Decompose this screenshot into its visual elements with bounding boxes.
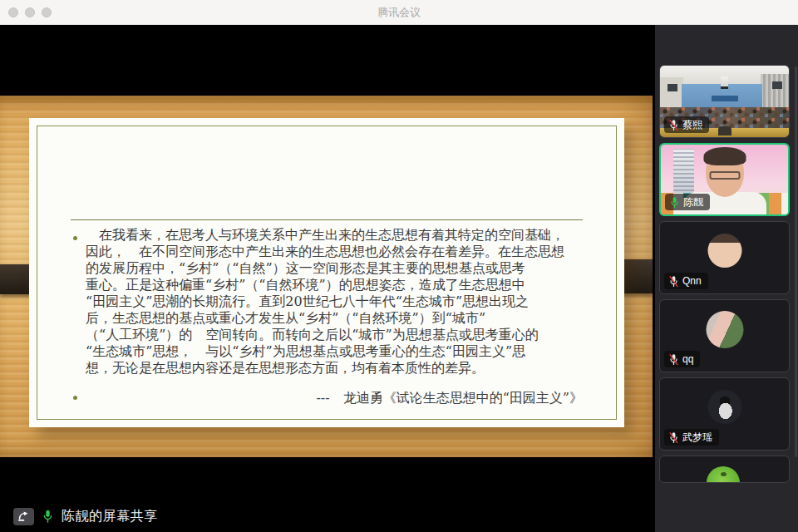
avatar xyxy=(706,311,743,348)
participant-tile-partial[interactable] xyxy=(659,456,790,483)
virtual-bg-skyscraper xyxy=(673,149,694,195)
slide-citation-text: --- 龙迪勇《试论生态思想中的“田园主义”》 xyxy=(67,390,583,407)
window-titlebar[interactable]: 腾讯会议 xyxy=(0,0,798,25)
participant-name-badge: Qnn xyxy=(664,273,708,289)
slide-paper-card: 在我看来，在思考人与环境关系中产生出来的生态思想有着其特定的空间基础， 因此， … xyxy=(29,118,624,427)
slide-body-text: 在我看来，在思考人与环境关系中产生出来的生态思想有着其特定的空间基础， 因此， … xyxy=(86,227,626,377)
classroom-front-person xyxy=(718,126,732,135)
window-title: 腾讯会议 xyxy=(0,0,798,25)
slide-divider-line xyxy=(71,219,583,220)
mic-muted-icon xyxy=(668,431,679,444)
participant-name-badge: qq xyxy=(664,351,700,367)
participant-tile-chenliang[interactable]: 陈靓 xyxy=(659,143,790,216)
participant-tile-qq[interactable]: qq xyxy=(659,299,790,372)
participant-name-badge: 陈靓 xyxy=(665,194,710,210)
participant-name: qq xyxy=(682,352,693,366)
shared-screen-view[interactable]: 在我看来，在思考人与环境关系中产生出来的生态思想有着其特定的空间基础， 因此， … xyxy=(0,25,655,532)
participant-tile-wumengyao[interactable]: 武梦瑶 xyxy=(659,377,790,451)
participant-name: 武梦瑶 xyxy=(682,431,712,444)
screen-share-icon xyxy=(13,508,34,525)
presentation-slide: 在我看来，在思考人与环境关系中产生出来的生态思想有着其特定的空间基础， 因此， … xyxy=(0,96,653,457)
participant-name: 陈靓 xyxy=(683,195,703,209)
mic-muted-icon xyxy=(668,353,679,366)
mic-on-icon xyxy=(669,196,680,209)
participant-video-avatar xyxy=(660,456,789,482)
sidebar-scrollbar[interactable] xyxy=(795,66,797,457)
mic-muted-icon xyxy=(668,119,679,131)
classroom-speaker-box xyxy=(667,84,677,91)
participant-name: Qnn xyxy=(682,274,702,288)
screen-share-banner: 陈靓的屏幕共享 xyxy=(13,506,158,526)
classroom-wall-sign xyxy=(712,96,738,101)
participant-tile-qnn[interactable]: Qnn xyxy=(659,221,790,294)
participant-name-badge: 蔡熙 xyxy=(664,116,709,133)
meeting-window: 腾讯会议 在我看来，在思考人与环境关系中产生出来的生态思想有着其特定的空间基础，… xyxy=(0,0,798,532)
participant-name-badge: 武梦瑶 xyxy=(664,429,719,446)
classroom-speaker-box xyxy=(772,81,782,89)
mic-muted-icon xyxy=(668,275,679,288)
participant-name: 蔡熙 xyxy=(682,118,702,131)
speaker-glasses xyxy=(709,171,740,180)
participants-sidebar: 蔡熙 陈靓 xyxy=(655,25,798,532)
bullet-dot xyxy=(73,236,77,240)
avatar xyxy=(707,234,741,268)
avatar xyxy=(707,466,740,482)
avatar-detail xyxy=(721,472,727,476)
screen-share-label: 陈靓的屏幕共享 xyxy=(62,508,158,525)
participant-tile-caixi[interactable]: 蔡熙 xyxy=(659,65,790,138)
speaker-hair xyxy=(703,147,746,165)
avatar xyxy=(707,390,741,424)
mic-on-icon xyxy=(42,509,54,524)
classroom-projector xyxy=(721,76,728,89)
